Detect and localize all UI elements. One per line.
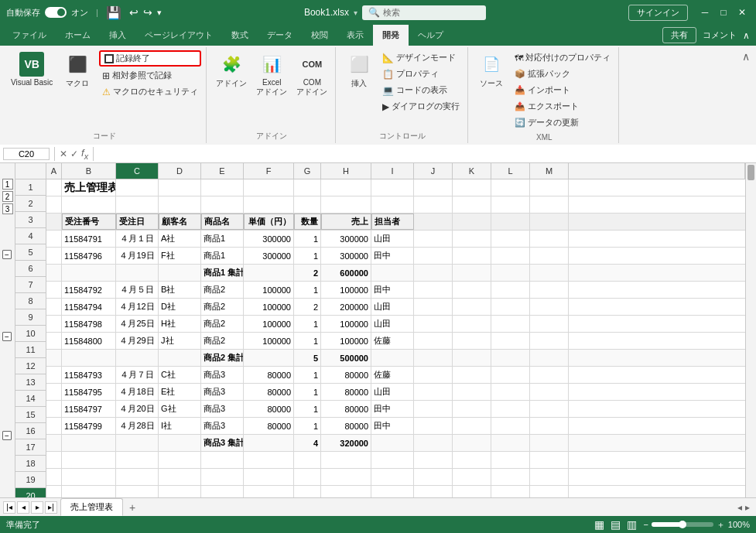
col-header-i[interactable]: I [371,163,414,179]
map-properties-button[interactable]: 🗺 対応付けのプロパティ [511,50,614,65]
cell-d4[interactable]: A社 [159,231,201,247]
col-header-g[interactable]: G [294,163,321,179]
cell-g5[interactable]: 1 [294,248,321,264]
outline-collapse-btn-group3[interactable]: − [2,431,12,440]
cell-d1[interactable] [159,179,201,196]
tab-review[interactable]: 校閲 [302,25,337,46]
row-num-1[interactable]: 1 [15,179,46,196]
confirm-formula-icon[interactable]: ✓ [70,149,78,159]
outline-level-3-btn[interactable]: 3 [2,203,13,214]
cell-f3[interactable]: 単価（円） [244,214,294,230]
cell-g3[interactable]: 数量 [294,214,321,230]
maximize-button[interactable]: □ [716,5,731,20]
signin-button[interactable]: サインイン [628,5,688,21]
col-header-f[interactable]: F [244,163,294,179]
cell-g4[interactable]: 1 [294,231,321,247]
cell-a1[interactable] [46,179,62,196]
cell-j3[interactable] [414,214,453,230]
macro-security-button[interactable]: ⚠ マクロのセキュリティ [99,84,201,99]
cell-f4[interactable]: 300000 [244,231,294,247]
excel-addin-button[interactable]: 📊 Excelアドイン [253,50,290,99]
tab-page-layout[interactable]: ページレイアウト [135,25,222,46]
minimize-button[interactable]: ─ [697,5,713,20]
row-num-16[interactable]: 16 [15,423,46,439]
tab-formula[interactable]: 数式 [222,25,258,46]
design-mode-button[interactable]: 📐 デザインモード [379,50,463,65]
cell-i3[interactable]: 担当者 [371,214,414,230]
col-header-d[interactable]: D [159,163,201,179]
cell-i2[interactable] [371,196,414,213]
undo-icon[interactable]: ↩ [129,6,139,19]
col-header-m[interactable]: M [530,163,569,179]
row-num-2[interactable]: 2 [15,196,46,212]
cell-i4[interactable]: 山田 [371,231,414,247]
tab-home[interactable]: ホーム [56,25,100,46]
row-num-8[interactable]: 8 [15,293,46,309]
zoom-in-icon[interactable]: ＋ [717,519,725,531]
tab-developer[interactable]: 開発 [373,25,409,46]
row-num-3[interactable]: 3 [15,212,46,228]
cell-reference-input[interactable] [3,148,50,160]
cell-c2[interactable] [116,196,159,213]
tab-help[interactable]: ヘルプ [409,25,453,46]
cell-i5[interactable]: 田中 [371,248,414,264]
cell-b5[interactable]: 11584796 [62,248,116,264]
cell-k2[interactable] [453,196,491,213]
addin-button[interactable]: 🧩 アドイン [213,50,250,91]
cell-k3[interactable] [453,214,491,230]
cell-e4[interactable]: 商品1 [201,231,244,247]
tab-next-btn[interactable]: ▸ [31,501,43,514]
cell-e6-subtotal[interactable]: 商品1 集計 [201,265,244,281]
cell-l2[interactable] [491,196,530,213]
zoom-out-icon[interactable]: − [643,520,648,529]
row-num-17[interactable]: 17 [15,439,46,456]
refresh-data-button[interactable]: 🔄 データの更新 [511,115,614,130]
scroll-left-btn[interactable]: ◂ [737,502,742,513]
cell-g6[interactable]: 2 [294,265,321,281]
col-header-k[interactable]: K [453,163,491,179]
tab-first-btn[interactable]: |◂ [3,501,15,514]
row-num-7[interactable]: 7 [15,277,46,293]
col-header-a[interactable]: A [46,163,62,179]
tab-insert[interactable]: 挿入 [100,25,135,46]
col-header-h[interactable]: H [321,163,371,179]
cell-b3[interactable]: 受注番号 [62,214,116,230]
row-num-20[interactable]: 20 [15,488,46,497]
cell-j1[interactable] [414,179,453,196]
formula-input[interactable] [98,149,753,159]
import-button[interactable]: 📥 インポート [511,83,614,97]
cell-a2[interactable] [46,196,62,213]
cell-b4[interactable]: 11584791 [62,231,116,247]
outline-collapse-btn-group1[interactable]: − [2,250,12,259]
extend-pack-button[interactable]: 📦 拡張パック [511,67,614,81]
col-header-b[interactable]: B [62,163,116,179]
ribbon-collapse-icon[interactable]: ∧ [743,30,750,41]
cell-d2[interactable] [159,196,201,213]
cell-e5[interactable]: 商品1 [201,248,244,264]
cell-j4[interactable] [414,231,453,247]
cell-e3[interactable]: 商品名 [201,214,244,230]
view-page-layout-icon[interactable]: ▤ [611,518,621,531]
row-num-11[interactable]: 11 [15,342,46,358]
run-dialog-button[interactable]: ▶ ダイアログの実行 [379,99,463,114]
cell-f1[interactable] [244,179,294,196]
vertical-scrollbar[interactable] [745,163,756,497]
com-addin-button[interactable]: COM COMアドイン [293,50,330,99]
cell-m1[interactable] [530,179,569,196]
cell-h2[interactable] [321,196,371,213]
cell-k1[interactable] [453,179,491,196]
view-normal-icon[interactable]: ▦ [594,518,604,531]
cell-m3[interactable] [530,214,569,230]
cell-b1[interactable]: 売上管理表 [62,179,116,196]
cell-l1[interactable] [491,179,530,196]
cell-e2[interactable] [201,196,244,213]
view-code-button[interactable]: 💻 コードの表示 [379,83,463,97]
zoom-handle[interactable] [679,521,686,528]
row-num-10[interactable]: 10 [15,326,46,342]
cell-i1[interactable] [371,179,414,196]
tab-view[interactable]: 表示 [337,25,373,46]
view-page-break-icon[interactable]: ▥ [627,518,637,531]
cell-d3[interactable]: 顧客名 [159,214,201,230]
tab-prev-btn[interactable]: ◂ [17,501,29,514]
row-num-19[interactable]: 19 [15,472,46,488]
